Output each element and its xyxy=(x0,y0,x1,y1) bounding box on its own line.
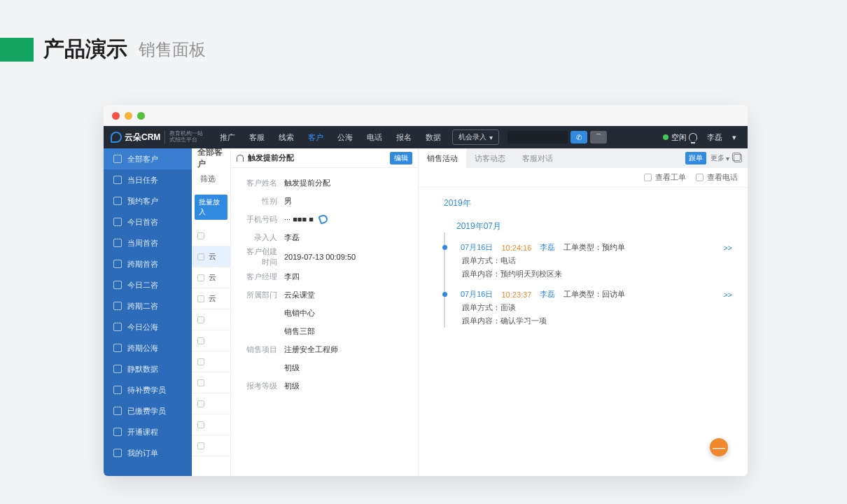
sidebar-item[interactable]: 今日公海 xyxy=(104,316,192,337)
nav-item-客户[interactable]: 客户 xyxy=(301,126,330,148)
sidebar-item-label: 全部客户 xyxy=(127,154,158,164)
sidebar-item[interactable]: 今日二咨 xyxy=(104,274,192,295)
checkbox-icon[interactable] xyxy=(197,232,204,239)
timeline-month: 2019年07月 xyxy=(456,220,735,232)
nav-item-客服[interactable]: 客服 xyxy=(242,126,272,148)
entry-time: 10:24:16 xyxy=(501,244,531,252)
checkbox-icon[interactable] xyxy=(197,400,204,407)
page-header: 产品演示 销售面板 xyxy=(0,0,847,64)
checkbox-icon xyxy=(644,174,652,181)
field-value: 注册安全工程师 xyxy=(284,344,338,355)
sidebar-item[interactable]: 预约客户 xyxy=(104,190,192,211)
checkbox-icon[interactable] xyxy=(197,379,204,386)
batch-button[interactable]: 批量放入 xyxy=(195,195,227,220)
sidebar-item[interactable]: 开通课程 xyxy=(104,421,192,442)
nav-item-数据[interactable]: 数据 xyxy=(419,126,448,148)
sidebar-item-label: 当周首咨 xyxy=(127,238,158,248)
filter-ticket[interactable]: 查看工单 xyxy=(644,172,686,183)
nav-item-推广[interactable]: 推广 xyxy=(213,126,242,148)
sidebar-icon xyxy=(113,260,122,268)
status-text: 空闲 xyxy=(671,132,687,143)
minimize-icon[interactable] xyxy=(125,112,132,120)
phone-icon[interactable] xyxy=(318,214,328,224)
field-label: 客户姓名 xyxy=(239,178,284,188)
nav-item-报名[interactable]: 报名 xyxy=(389,126,419,148)
field-label: 客户经理 xyxy=(239,272,284,282)
nav-item-电话[interactable]: 电话 xyxy=(360,126,389,148)
tab-访客动态[interactable]: 访客动态 xyxy=(466,148,514,168)
current-user[interactable]: 李磊 xyxy=(707,132,722,143)
sidebar-item[interactable]: 当周首咨 xyxy=(104,232,192,253)
filter-label[interactable]: 筛选 xyxy=(192,168,230,189)
sidebar-item[interactable]: 当日任务 xyxy=(104,169,192,190)
nav-item-公海[interactable]: 公海 xyxy=(330,126,360,148)
list-item[interactable]: 云 xyxy=(192,288,230,309)
checkbox-icon[interactable] xyxy=(197,253,204,260)
brand-logo[interactable]: 云朵CRM 教育机构一站式招生平台 xyxy=(104,131,207,144)
timeline-entry: 07月16日10:24:16李磊工单类型：预约单>>跟单方式：电话跟单内容：预约… xyxy=(437,238,735,285)
hangup-button[interactable]: ⌒ xyxy=(590,131,607,144)
checkbox-icon[interactable] xyxy=(197,274,204,281)
close-icon[interactable] xyxy=(112,112,120,120)
field-label: 录入人 xyxy=(239,232,284,243)
checkbox-icon[interactable] xyxy=(197,316,204,323)
field-label: 报考等级 xyxy=(239,381,284,391)
search-input[interactable] xyxy=(507,131,568,144)
more-button[interactable]: 更多▾ xyxy=(710,153,729,163)
sidebar-item[interactable]: 已缴费学员 xyxy=(104,400,192,421)
entry-expand[interactable]: >> xyxy=(723,290,735,299)
sidebar-icon xyxy=(113,428,122,436)
list-item[interactable] xyxy=(192,372,230,393)
follow-button[interactable]: 跟单 xyxy=(685,152,706,164)
sidebar-item[interactable]: 我的订单 xyxy=(104,442,192,463)
timeline-dot-icon xyxy=(442,292,447,297)
list-item[interactable] xyxy=(192,393,230,414)
detail-field: 电销中心 xyxy=(239,304,410,322)
timeline-tabs: 销售活动访客动态客服对话 跟单 更多▾ xyxy=(419,148,748,168)
list-item[interactable]: 云 xyxy=(192,246,230,267)
sidebar-item[interactable]: 跨期二咨 xyxy=(104,295,192,316)
checkbox-icon[interactable] xyxy=(197,442,204,449)
filter-call[interactable]: 查看电话 xyxy=(696,172,738,183)
person-icon xyxy=(237,155,244,162)
list-item[interactable] xyxy=(192,414,230,435)
chevron-down-icon[interactable]: ▾ xyxy=(732,133,736,142)
checkbox-icon[interactable] xyxy=(197,421,204,428)
field-label: 客户创建时间 xyxy=(239,246,284,267)
sidebar-icon xyxy=(113,344,122,352)
copy-icon[interactable] xyxy=(734,154,742,162)
checkbox-icon[interactable] xyxy=(197,358,204,365)
sidebar-item[interactable]: 待补费学员 xyxy=(104,379,192,400)
list-item[interactable] xyxy=(192,330,230,351)
sidebar-item-label: 预约客户 xyxy=(127,196,158,206)
fab-button[interactable]: — xyxy=(710,438,728,456)
sidebar-item-label: 跨期二咨 xyxy=(127,301,158,312)
checkbox-icon[interactable] xyxy=(197,295,204,302)
sidebar-item[interactable]: 今日首咨 xyxy=(104,211,192,232)
field-label: 所属部门 xyxy=(239,290,284,300)
phone-call-button[interactable]: ✆ xyxy=(570,131,587,144)
checkbox-icon[interactable] xyxy=(197,337,204,344)
list-item[interactable] xyxy=(192,351,230,372)
checkbox-icon xyxy=(696,174,704,181)
sidebar-item[interactable]: 跨期公海 xyxy=(104,337,192,358)
list-item[interactable] xyxy=(192,435,230,456)
nav-item-线索[interactable]: 线索 xyxy=(272,126,301,148)
entry-expand[interactable]: >> xyxy=(723,244,735,252)
edit-button[interactable]: 编辑 xyxy=(390,152,412,164)
sidebar-item[interactable]: 跨期首咨 xyxy=(104,253,192,274)
entry-content: 跟单内容：预约明天到校区来 xyxy=(461,269,735,279)
bell-icon[interactable] xyxy=(689,133,697,141)
sidebar-item[interactable]: 静默数据 xyxy=(104,358,192,379)
field-label: 销售项目 xyxy=(239,344,284,355)
list-item[interactable]: 云 xyxy=(192,267,230,288)
tab-销售活动[interactable]: 销售活动 xyxy=(419,148,466,168)
opportunity-button[interactable]: 机会录入 ▾ xyxy=(452,130,499,145)
list-item[interactable] xyxy=(192,225,230,246)
maximize-icon[interactable] xyxy=(137,112,145,120)
list-item[interactable] xyxy=(192,309,230,330)
tab-客服对话[interactable]: 客服对话 xyxy=(514,148,561,168)
detail-field: 客户经理李四 xyxy=(239,267,410,286)
sidebar-item[interactable]: 全部客户 xyxy=(104,148,192,169)
field-label: 性别 xyxy=(239,196,284,206)
